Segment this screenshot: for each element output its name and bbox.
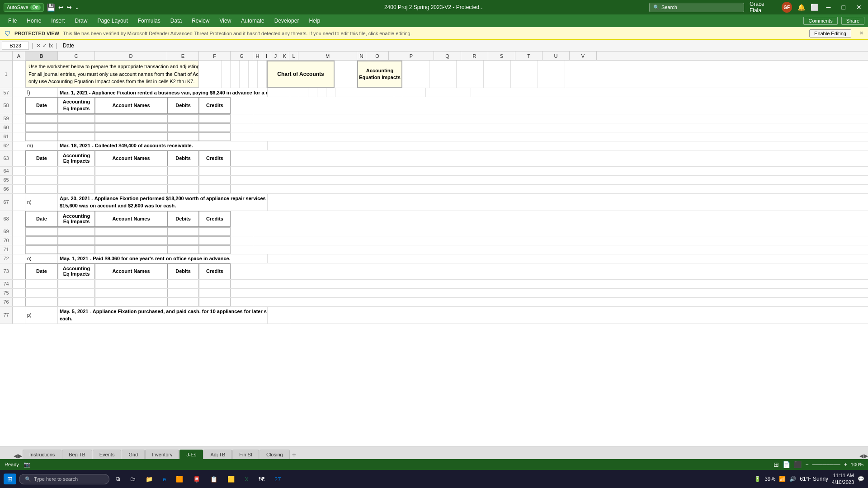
cell-e65[interactable] [167, 176, 199, 184]
cell-g76[interactable] [231, 298, 253, 306]
col-header-r[interactable]: R [461, 52, 488, 60]
taskbar-app-6[interactable]: 🟨 [224, 474, 238, 484]
cell-b66[interactable] [25, 185, 58, 193]
cell-a72[interactable] [13, 254, 25, 263]
cell-a73[interactable] [13, 263, 25, 279]
zoom-slider[interactable]: ──────── [812, 462, 840, 467]
col-header-c[interactable]: C [58, 52, 95, 60]
cell-j57[interactable] [308, 88, 317, 97]
ribbon-icon[interactable]: ⬜ [811, 4, 818, 11]
cell-a74[interactable] [13, 280, 25, 288]
cell-e60[interactable] [167, 123, 199, 132]
cell-a66[interactable] [13, 185, 25, 193]
cell-a64[interactable] [13, 167, 25, 175]
cell-j1[interactable] [240, 61, 249, 88]
cell-g58[interactable] [231, 97, 253, 114]
normal-view-icon[interactable]: ⊞ [774, 461, 779, 468]
cell-e59[interactable] [167, 114, 199, 123]
cell-o1[interactable] [335, 61, 357, 88]
cell-l57[interactable] [326, 88, 335, 97]
cell-b67[interactable]: n) [25, 194, 58, 211]
col-header-o[interactable]: O [366, 52, 389, 60]
cell-b68-date[interactable]: Date [25, 211, 58, 227]
cell-e76[interactable] [167, 298, 199, 306]
cell-f70[interactable] [199, 236, 231, 245]
cell-f63-credits[interactable]: Credits [199, 150, 231, 166]
cell-a69[interactable] [13, 227, 25, 236]
cell-f59[interactable] [199, 114, 231, 123]
cell-g57[interactable] [268, 88, 290, 97]
cell-c63-acct-eq[interactable]: AccountingEq Impacts [58, 150, 95, 166]
menu-draw[interactable]: Draw [70, 17, 92, 25]
cell-l1[interactable] [258, 61, 267, 88]
page-layout-view-icon[interactable]: 📄 [783, 461, 790, 468]
cell-g72[interactable] [268, 254, 290, 263]
taskbar-explorer[interactable]: 📁 [142, 474, 156, 484]
cell-o57[interactable] [403, 88, 426, 97]
cell-b65[interactable] [25, 176, 58, 184]
cell-d65[interactable] [95, 176, 167, 184]
cell-a61[interactable] [13, 132, 25, 141]
cell-h57[interactable] [290, 88, 299, 97]
col-header-p[interactable]: P [389, 52, 434, 60]
insert-function-icon[interactable]: fx [49, 42, 53, 49]
menu-home[interactable]: Home [22, 17, 46, 25]
cell-g68[interactable] [231, 211, 253, 227]
cell-g65[interactable] [231, 176, 253, 184]
tab-grid[interactable]: Grid [122, 450, 145, 459]
cell-b73-date[interactable]: Date [25, 263, 58, 279]
cell-d66[interactable] [95, 185, 167, 193]
cell-f69[interactable] [199, 227, 231, 236]
cell-e71[interactable] [167, 245, 199, 254]
minimize-button[interactable]: ─ [824, 4, 834, 11]
cell-d76[interactable] [95, 298, 167, 306]
save-icon[interactable]: 💾 [47, 3, 56, 12]
menu-formulas[interactable]: Formulas [133, 17, 165, 25]
cell-c74[interactable] [58, 280, 95, 288]
menu-view[interactable]: View [215, 17, 236, 25]
taskbar-app-9[interactable]: 27 [271, 474, 284, 484]
tab-closing[interactable]: Closing [259, 450, 290, 459]
maximize-button[interactable]: □ [839, 4, 848, 11]
cell-a57[interactable] [13, 88, 25, 97]
taskbar-search[interactable]: 🔍 Type here to search [19, 474, 109, 484]
cell-m57[interactable] [335, 88, 394, 97]
col-header-t[interactable]: T [515, 52, 542, 60]
network-icon[interactable]: 📶 [779, 476, 786, 482]
col-header-n[interactable]: N [357, 52, 366, 60]
cell-a71[interactable] [13, 245, 25, 254]
cell-a63[interactable] [13, 150, 25, 166]
tab-fin-st[interactable]: Fin St [232, 450, 259, 459]
col-header-b[interactable]: B [25, 52, 58, 60]
cell-g62[interactable] [268, 141, 290, 150]
cell-f64[interactable] [199, 167, 231, 175]
cell-a1[interactable] [13, 61, 25, 88]
cell-a70[interactable] [13, 236, 25, 245]
share-button[interactable]: Share [841, 17, 864, 25]
prev-sheet-icon[interactable]: ◀ [14, 453, 18, 459]
cell-r1[interactable] [429, 61, 457, 88]
cell-e61[interactable] [167, 132, 199, 141]
cell-d75[interactable] [95, 289, 167, 297]
cell-c70[interactable] [58, 236, 95, 245]
cell-a60[interactable] [13, 123, 25, 132]
cell-b69[interactable] [25, 227, 58, 236]
zoom-out-icon[interactable]: − [805, 461, 808, 468]
cell-c73-acct-eq[interactable]: AccountingEq Impacts [58, 263, 95, 279]
col-header-g[interactable]: G [231, 52, 253, 60]
cell-g74[interactable] [231, 280, 253, 288]
cell-d61[interactable] [95, 132, 167, 141]
cell-e66[interactable] [167, 185, 199, 193]
cell-f73-credits[interactable]: Credits [199, 263, 231, 279]
cell-e69[interactable] [167, 227, 199, 236]
cell-b75[interactable] [25, 289, 58, 297]
enable-editing-button[interactable]: Enable Editing [809, 29, 851, 38]
cell-e70[interactable] [167, 236, 199, 245]
cell-b61[interactable] [25, 132, 58, 141]
tab-beg-tb[interactable]: Beg TB [62, 450, 92, 459]
page-break-view-icon[interactable]: ⬛ [794, 461, 802, 468]
cell-q1[interactable] [402, 61, 429, 88]
menu-help[interactable]: Help [304, 17, 325, 25]
cell-d58-acct-names[interactable]: Account Names [95, 97, 167, 114]
taskbar-app-4[interactable]: 📮 [189, 474, 204, 484]
